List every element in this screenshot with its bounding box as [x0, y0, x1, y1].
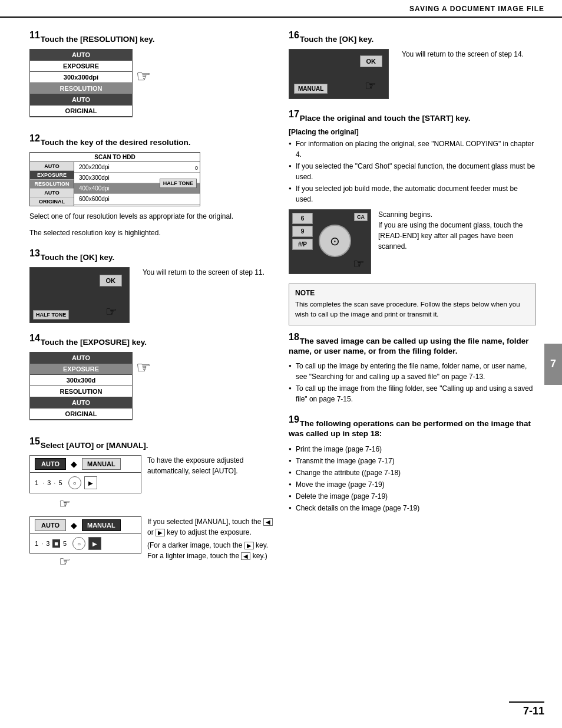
scan-17-finger: ☞: [353, 256, 365, 272]
ca-label: CA: [354, 213, 368, 221]
step-14-finger: ☞: [136, 358, 151, 377]
step-11-finger: ☞: [136, 67, 151, 86]
panel-original: ORIGINAL: [30, 106, 132, 117]
finger-15-1: ☞: [59, 496, 141, 512]
circle-box1: ○: [68, 476, 81, 489]
panel-exposure: EXPOSURE: [30, 61, 132, 72]
step-15-num: 15: [29, 436, 40, 446]
res-select-body: AUTO EXPOSURE RESOLUTION AUTO ORIGINAL 2…: [30, 162, 200, 206]
p14-original: ORIGINAL: [30, 409, 132, 420]
scale-3: 3: [47, 479, 51, 486]
step-13-num: 13: [29, 248, 40, 258]
step-18: 18The saved image can be called up using…: [289, 331, 536, 405]
step-15-panel2: AUTO ◆ MANUAL 1 · 3 ■ 5 ○ ▶: [29, 516, 141, 569]
step-15-heading: 15Select [AUTO] or [MANUAL].: [29, 436, 277, 450]
res-options-col: 200x200dpi 300x300dpi 400x400dpi 600x600…: [74, 162, 200, 206]
am-panel-2: AUTO ◆ MANUAL 1 · 3 ■ 5 ○ ▶: [29, 516, 141, 554]
step-12-num: 12: [29, 133, 40, 143]
step-14-heading: 14Touch the [EXPOSURE] key.: [29, 332, 277, 347]
scan-circle: ⊙: [319, 225, 351, 257]
arrow-box1: ▶: [84, 476, 97, 489]
bullet-19-2: Transmit the image (page 7-17): [289, 456, 536, 466]
key-hash-p: #/P: [292, 239, 313, 250]
res-auto2: AUTO: [30, 189, 74, 197]
step-13-panel: OK ☞ HALF TONE: [29, 267, 130, 323]
step-12-heading: 12Touch the key of the desired resolutio…: [29, 133, 277, 147]
step-16: 16Touch the [OK] key. OK ☞ MANUAL You wi…: [289, 29, 536, 99]
note-text: This completes the scan save procedure. …: [295, 299, 530, 320]
scan-panel-17: 6 9 #/P CA ⊙ ☞: [289, 209, 371, 274]
bullet-19-5: Delete the image (page 7-19): [289, 491, 536, 502]
step-14-panel: AUTO EXPOSURE 300x300d RESOLUTION AUTO O…: [29, 352, 133, 420]
step-17-heading: 17Place the original and touch the [STAR…: [289, 108, 536, 123]
step-13-ok-row: OK ☞ HALF TONE You will return to the sc…: [29, 267, 277, 323]
bullet-18-1: To call up the image by entering the fil…: [289, 361, 536, 382]
auto-btn-1[interactable]: AUTO: [35, 458, 66, 470]
note-title: NOTE: [295, 289, 530, 297]
res-original: ORIGINAL: [30, 197, 74, 206]
ok-button-16[interactable]: OK: [360, 55, 383, 67]
am-arrow-2: ◆: [71, 521, 77, 530]
step-16-ok-row: OK ☞ MANUAL You will return to the scree…: [289, 49, 536, 99]
left-column: 11Touch the [RESOLUTION] key. AUTO EXPOS…: [29, 29, 277, 579]
note-box: NOTE This completes the scan save proced…: [289, 284, 536, 325]
step-16-panel: OK ☞ MANUAL: [289, 49, 389, 99]
manual-label-16: MANUAL: [294, 84, 328, 94]
res-opt-200: 200x200dpi: [74, 162, 200, 173]
scan-keys: 6 9 #/P: [292, 213, 313, 271]
panel-auto2: AUTO: [30, 94, 132, 106]
scan-text: Scanning begins. If you are using the do…: [378, 209, 536, 252]
dark-key-inline: ▶: [244, 542, 254, 549]
p14-auto2: AUTO: [30, 397, 132, 409]
key-9: 9: [292, 226, 313, 237]
lighter-key-icon: ▶: [156, 529, 165, 536]
half-tone-label-13: HALF TONE: [33, 310, 69, 319]
step-15-text2: If you selected [MANUAL], touch the ◀ or…: [147, 516, 277, 561]
bullet-17-2: If you selected the "Card Shot" special …: [289, 161, 536, 182]
bullet-17-1: For information on placing the original,…: [289, 139, 536, 160]
light-key-inline: ◀: [241, 552, 250, 560]
p14-resolution: RESOLUTION: [30, 386, 132, 397]
p14-res-val: 300x300d: [30, 375, 132, 386]
page-footer: 7-11: [509, 701, 544, 717]
step-18-bullets: To call up the image by entering the fil…: [289, 361, 536, 404]
scale2-1: 1: [35, 540, 38, 547]
scale-5: 5: [58, 479, 62, 486]
header-title: SAVING A DOCUMENT IMAGE FILE: [409, 5, 544, 13]
step-15: 15Select [AUTO] or [MANUAL]. AUTO ◆ MANU…: [29, 436, 277, 569]
darker-key-icon: ◀: [263, 518, 273, 526]
scan-wrapper-17: 6 9 #/P CA ⊙ ☞ Scanning begins.: [289, 209, 536, 274]
res-opt-600: 600x600dpi: [74, 194, 200, 205]
manual-btn-1[interactable]: MANUAL: [82, 458, 121, 470]
step-15-row1: AUTO ◆ MANUAL 1 · 3 · 5 ○ ▶: [29, 455, 277, 512]
side-tab: 7: [544, 344, 562, 385]
p14-auto: AUTO: [30, 353, 132, 364]
am-panel-1: AUTO ◆ MANUAL 1 · 3 · 5 ○ ▶: [29, 455, 141, 493]
scale-dot1: ·: [42, 479, 44, 486]
scale2-3: 3: [46, 540, 49, 547]
arrow-box2: ▶: [88, 537, 101, 550]
ok-button-13[interactable]: OK: [100, 275, 123, 286]
step-13-return: You will return to the screen of step 11…: [143, 267, 265, 278]
step-14: 14Touch the [EXPOSURE] key. AUTO EXPOSUR…: [29, 332, 277, 426]
step-17-num: 17: [289, 109, 299, 119]
step-11-num: 11: [29, 30, 40, 40]
bullet-18-2: To call up the image from the filing fol…: [289, 383, 536, 404]
right-column: 16Touch the [OK] key. OK ☞ MANUAL You wi…: [289, 29, 536, 579]
scan-hdd-label: SCAN TO HDD: [30, 153, 200, 162]
page-header: SAVING A DOCUMENT IMAGE FILE: [0, 0, 562, 18]
res-auto: AUTO: [30, 162, 74, 171]
main-content: 11Touch the [RESOLUTION] key. AUTO EXPOS…: [0, 18, 562, 591]
bullet-17-3: If you selected job build mode, the auto…: [289, 183, 536, 205]
scan-glass-text: If you are using the document glass, tou…: [378, 220, 536, 252]
step-11-heading: 11Touch the [RESOLUTION] key.: [29, 29, 277, 44]
panel-auto: AUTO: [30, 50, 132, 61]
step-12-text1: Select one of four resolution levels as …: [29, 211, 277, 222]
step-17-bullets: For information on placing the original,…: [289, 139, 536, 205]
step-17: 17Place the original and touch the [STAR…: [289, 108, 536, 274]
manual-btn-2[interactable]: MANUAL: [82, 519, 121, 531]
bullet-19-3: Change the attribute ((page 7-18): [289, 467, 536, 478]
panel-resolution: RESOLUTION: [30, 83, 132, 94]
auto-btn-2[interactable]: AUTO: [35, 519, 66, 531]
scale-1: 1: [35, 479, 38, 486]
